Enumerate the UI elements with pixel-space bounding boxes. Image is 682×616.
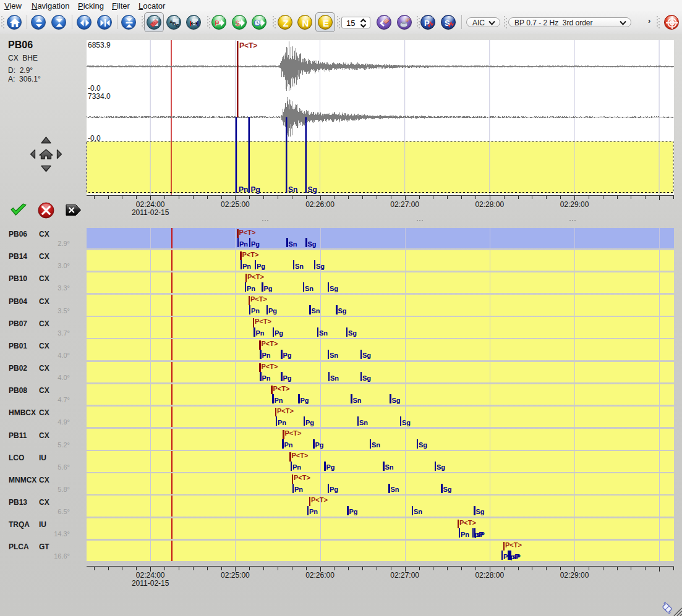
svg-text:-0.0: -0.0 bbox=[88, 84, 101, 93]
svg-text:Pg: Pg bbox=[251, 185, 260, 194]
svg-text:IP: IP bbox=[406, 17, 411, 23]
svg-text:7334.0: 7334.0 bbox=[88, 92, 111, 101]
svg-text:E: E bbox=[323, 17, 329, 28]
svg-text:N: N bbox=[302, 17, 309, 28]
svg-text:-0.0: -0.0 bbox=[88, 134, 101, 143]
svg-text:6853.9: 6853.9 bbox=[88, 41, 111, 49]
svg-text:S: S bbox=[235, 19, 240, 28]
svg-text:Pn: Pn bbox=[239, 185, 248, 194]
svg-text:Z: Z bbox=[283, 17, 288, 28]
svg-text:P<T>: P<T> bbox=[239, 41, 257, 50]
svg-text:C: C bbox=[176, 23, 179, 28]
svg-text:P: P bbox=[215, 19, 220, 28]
svg-text:Sg: Sg bbox=[308, 185, 317, 194]
svg-text:Sn: Sn bbox=[288, 185, 297, 194]
